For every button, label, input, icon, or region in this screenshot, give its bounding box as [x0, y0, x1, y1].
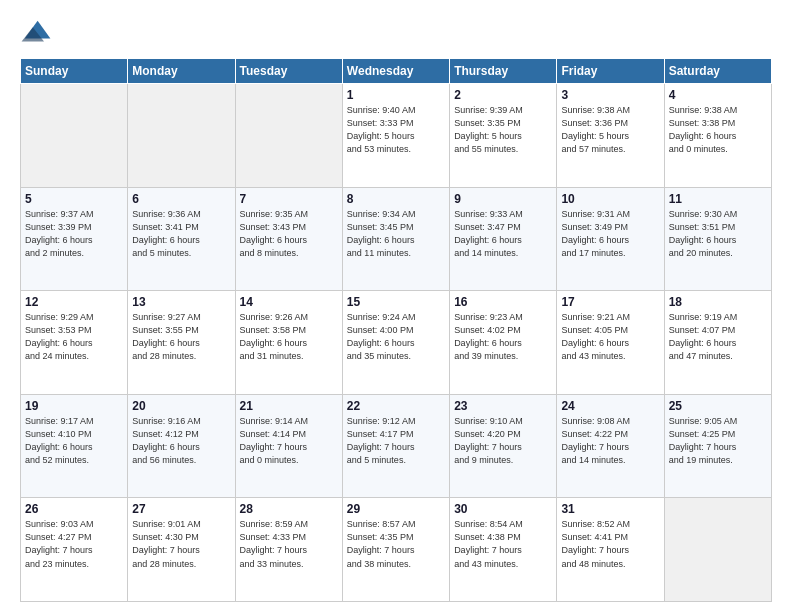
day-number: 26 [25, 502, 123, 516]
day-number: 12 [25, 295, 123, 309]
day-number: 27 [132, 502, 230, 516]
calendar-cell: 17Sunrise: 9:21 AM Sunset: 4:05 PM Dayli… [557, 291, 664, 395]
calendar-cell: 30Sunrise: 8:54 AM Sunset: 4:38 PM Dayli… [450, 498, 557, 602]
day-info: Sunrise: 9:38 AM Sunset: 3:38 PM Dayligh… [669, 104, 767, 156]
day-info: Sunrise: 9:27 AM Sunset: 3:55 PM Dayligh… [132, 311, 230, 363]
calendar-week-3: 19Sunrise: 9:17 AM Sunset: 4:10 PM Dayli… [21, 394, 772, 498]
day-info: Sunrise: 9:12 AM Sunset: 4:17 PM Dayligh… [347, 415, 445, 467]
calendar-cell: 10Sunrise: 9:31 AM Sunset: 3:49 PM Dayli… [557, 187, 664, 291]
day-number: 19 [25, 399, 123, 413]
day-info: Sunrise: 9:36 AM Sunset: 3:41 PM Dayligh… [132, 208, 230, 260]
calendar-week-1: 5Sunrise: 9:37 AM Sunset: 3:39 PM Daylig… [21, 187, 772, 291]
day-number: 1 [347, 88, 445, 102]
day-info: Sunrise: 9:14 AM Sunset: 4:14 PM Dayligh… [240, 415, 338, 467]
calendar-cell: 14Sunrise: 9:26 AM Sunset: 3:58 PM Dayli… [235, 291, 342, 395]
calendar-cell: 29Sunrise: 8:57 AM Sunset: 4:35 PM Dayli… [342, 498, 449, 602]
day-info: Sunrise: 9:24 AM Sunset: 4:00 PM Dayligh… [347, 311, 445, 363]
calendar-cell: 19Sunrise: 9:17 AM Sunset: 4:10 PM Dayli… [21, 394, 128, 498]
calendar-week-4: 26Sunrise: 9:03 AM Sunset: 4:27 PM Dayli… [21, 498, 772, 602]
day-info: Sunrise: 8:57 AM Sunset: 4:35 PM Dayligh… [347, 518, 445, 570]
day-number: 30 [454, 502, 552, 516]
calendar-table: Sunday Monday Tuesday Wednesday Thursday… [20, 58, 772, 602]
day-number: 7 [240, 192, 338, 206]
logo-icon [20, 16, 52, 48]
day-number: 17 [561, 295, 659, 309]
day-info: Sunrise: 9:23 AM Sunset: 4:02 PM Dayligh… [454, 311, 552, 363]
calendar-header: Sunday Monday Tuesday Wednesday Thursday… [21, 59, 772, 84]
day-number: 20 [132, 399, 230, 413]
calendar-cell: 16Sunrise: 9:23 AM Sunset: 4:02 PM Dayli… [450, 291, 557, 395]
col-monday: Monday [128, 59, 235, 84]
calendar-cell: 25Sunrise: 9:05 AM Sunset: 4:25 PM Dayli… [664, 394, 771, 498]
calendar-cell: 28Sunrise: 8:59 AM Sunset: 4:33 PM Dayli… [235, 498, 342, 602]
calendar-cell: 12Sunrise: 9:29 AM Sunset: 3:53 PM Dayli… [21, 291, 128, 395]
calendar-cell: 3Sunrise: 9:38 AM Sunset: 3:36 PM Daylig… [557, 84, 664, 188]
day-number: 4 [669, 88, 767, 102]
calendar-cell: 11Sunrise: 9:30 AM Sunset: 3:51 PM Dayli… [664, 187, 771, 291]
day-number: 9 [454, 192, 552, 206]
calendar-cell: 9Sunrise: 9:33 AM Sunset: 3:47 PM Daylig… [450, 187, 557, 291]
calendar-cell: 24Sunrise: 9:08 AM Sunset: 4:22 PM Dayli… [557, 394, 664, 498]
day-number: 21 [240, 399, 338, 413]
day-number: 28 [240, 502, 338, 516]
calendar-cell: 27Sunrise: 9:01 AM Sunset: 4:30 PM Dayli… [128, 498, 235, 602]
calendar-cell: 1Sunrise: 9:40 AM Sunset: 3:33 PM Daylig… [342, 84, 449, 188]
calendar-cell: 8Sunrise: 9:34 AM Sunset: 3:45 PM Daylig… [342, 187, 449, 291]
header [20, 16, 772, 48]
calendar-cell: 31Sunrise: 8:52 AM Sunset: 4:41 PM Dayli… [557, 498, 664, 602]
day-number: 10 [561, 192, 659, 206]
day-number: 5 [25, 192, 123, 206]
day-info: Sunrise: 9:33 AM Sunset: 3:47 PM Dayligh… [454, 208, 552, 260]
day-number: 31 [561, 502, 659, 516]
day-info: Sunrise: 9:01 AM Sunset: 4:30 PM Dayligh… [132, 518, 230, 570]
day-info: Sunrise: 9:21 AM Sunset: 4:05 PM Dayligh… [561, 311, 659, 363]
day-number: 18 [669, 295, 767, 309]
col-thursday: Thursday [450, 59, 557, 84]
day-number: 15 [347, 295, 445, 309]
calendar-cell [664, 498, 771, 602]
calendar-cell: 20Sunrise: 9:16 AM Sunset: 4:12 PM Dayli… [128, 394, 235, 498]
calendar-cell: 4Sunrise: 9:38 AM Sunset: 3:38 PM Daylig… [664, 84, 771, 188]
day-info: Sunrise: 9:05 AM Sunset: 4:25 PM Dayligh… [669, 415, 767, 467]
calendar-cell [235, 84, 342, 188]
day-info: Sunrise: 8:52 AM Sunset: 4:41 PM Dayligh… [561, 518, 659, 570]
day-number: 11 [669, 192, 767, 206]
day-number: 22 [347, 399, 445, 413]
page: Sunday Monday Tuesday Wednesday Thursday… [0, 0, 792, 612]
day-info: Sunrise: 9:29 AM Sunset: 3:53 PM Dayligh… [25, 311, 123, 363]
calendar-cell [21, 84, 128, 188]
day-number: 6 [132, 192, 230, 206]
day-number: 14 [240, 295, 338, 309]
calendar-cell: 21Sunrise: 9:14 AM Sunset: 4:14 PM Dayli… [235, 394, 342, 498]
calendar-cell: 23Sunrise: 9:10 AM Sunset: 4:20 PM Dayli… [450, 394, 557, 498]
day-number: 8 [347, 192, 445, 206]
day-info: Sunrise: 9:39 AM Sunset: 3:35 PM Dayligh… [454, 104, 552, 156]
col-wednesday: Wednesday [342, 59, 449, 84]
calendar-cell: 26Sunrise: 9:03 AM Sunset: 4:27 PM Dayli… [21, 498, 128, 602]
day-number: 13 [132, 295, 230, 309]
col-saturday: Saturday [664, 59, 771, 84]
col-tuesday: Tuesday [235, 59, 342, 84]
calendar-body: 1Sunrise: 9:40 AM Sunset: 3:33 PM Daylig… [21, 84, 772, 602]
day-info: Sunrise: 9:10 AM Sunset: 4:20 PM Dayligh… [454, 415, 552, 467]
calendar-cell: 15Sunrise: 9:24 AM Sunset: 4:00 PM Dayli… [342, 291, 449, 395]
calendar-cell: 13Sunrise: 9:27 AM Sunset: 3:55 PM Dayli… [128, 291, 235, 395]
col-sunday: Sunday [21, 59, 128, 84]
day-info: Sunrise: 9:19 AM Sunset: 4:07 PM Dayligh… [669, 311, 767, 363]
day-info: Sunrise: 9:03 AM Sunset: 4:27 PM Dayligh… [25, 518, 123, 570]
calendar-cell: 6Sunrise: 9:36 AM Sunset: 3:41 PM Daylig… [128, 187, 235, 291]
day-info: Sunrise: 9:16 AM Sunset: 4:12 PM Dayligh… [132, 415, 230, 467]
col-friday: Friday [557, 59, 664, 84]
day-number: 23 [454, 399, 552, 413]
day-number: 24 [561, 399, 659, 413]
calendar-cell: 18Sunrise: 9:19 AM Sunset: 4:07 PM Dayli… [664, 291, 771, 395]
calendar-week-0: 1Sunrise: 9:40 AM Sunset: 3:33 PM Daylig… [21, 84, 772, 188]
day-number: 25 [669, 399, 767, 413]
day-info: Sunrise: 8:59 AM Sunset: 4:33 PM Dayligh… [240, 518, 338, 570]
day-info: Sunrise: 8:54 AM Sunset: 4:38 PM Dayligh… [454, 518, 552, 570]
calendar-week-2: 12Sunrise: 9:29 AM Sunset: 3:53 PM Dayli… [21, 291, 772, 395]
day-info: Sunrise: 9:34 AM Sunset: 3:45 PM Dayligh… [347, 208, 445, 260]
day-info: Sunrise: 9:40 AM Sunset: 3:33 PM Dayligh… [347, 104, 445, 156]
day-info: Sunrise: 9:30 AM Sunset: 3:51 PM Dayligh… [669, 208, 767, 260]
calendar-cell: 2Sunrise: 9:39 AM Sunset: 3:35 PM Daylig… [450, 84, 557, 188]
